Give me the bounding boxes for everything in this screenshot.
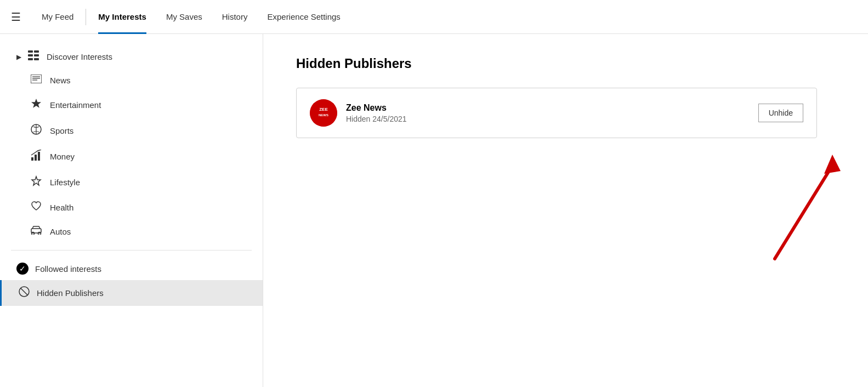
money-label: Money	[50, 152, 75, 161]
publisher-name: Zee News	[346, 103, 750, 113]
sidebar-item-sports[interactable]: Sports	[0, 118, 263, 144]
main-layout: ▶ Discover Interests	[0, 34, 868, 387]
followed-check-icon: ✓	[16, 263, 29, 275]
svg-marker-10	[31, 99, 41, 108]
svg-marker-26	[824, 155, 841, 174]
hamburger-menu[interactable]: ☰	[11, 10, 21, 24]
sports-label: Sports	[50, 126, 73, 135]
followed-interests-header[interactable]: ✓ Followed interests	[0, 257, 263, 280]
news-label: News	[50, 76, 71, 85]
page-title: Hidden Publishers	[296, 56, 835, 71]
svg-rect-5	[34, 58, 39, 60]
money-icon	[30, 150, 42, 163]
publisher-info: Zee News Hidden 24/5/2021	[346, 103, 750, 123]
autos-icon	[30, 226, 42, 237]
sidebar-item-news[interactable]: News	[0, 69, 263, 92]
sidebar-divider	[11, 250, 252, 251]
health-label: Health	[50, 203, 73, 212]
nav-my-feed[interactable]: My Feed	[32, 0, 83, 34]
sidebar-item-money[interactable]: Money	[0, 144, 263, 169]
discover-interests-header[interactable]: ▶ Discover Interests	[0, 45, 263, 69]
publisher-date: Hidden 24/5/2021	[346, 115, 750, 123]
svg-point-22	[310, 99, 337, 127]
followed-interests-label: Followed interests	[35, 264, 101, 274]
nav-my-interests[interactable]: My Interests	[88, 0, 156, 34]
entertainment-label: Entertainment	[50, 100, 101, 110]
sidebar-item-lifestyle[interactable]: Lifestyle	[0, 169, 263, 195]
nav-experience-settings[interactable]: Experience Settings	[257, 0, 350, 34]
discover-interests-label: Discover Interests	[47, 52, 112, 61]
sidebar-item-hidden-publishers[interactable]: Hidden Publishers	[0, 280, 263, 306]
svg-rect-13	[31, 157, 33, 161]
sidebar-item-autos[interactable]: Autos	[0, 220, 263, 243]
publisher-card: ZEE NEWS Zee News Hidden 24/5/2021 Unhid…	[296, 88, 817, 138]
svg-rect-0	[28, 50, 33, 53]
main-content: Hidden Publishers ZEE NEWS Zee News Hidd…	[263, 34, 868, 387]
autos-label: Autos	[50, 227, 71, 236]
svg-rect-1	[34, 50, 39, 53]
health-icon	[30, 201, 42, 214]
svg-rect-6	[31, 75, 42, 83]
svg-marker-16	[32, 177, 41, 185]
sidebar-item-health[interactable]: Health	[0, 195, 263, 220]
svg-rect-2	[28, 54, 33, 56]
svg-text:ZEE: ZEE	[319, 107, 328, 112]
svg-rect-14	[35, 155, 37, 161]
publisher-logo: ZEE NEWS	[310, 99, 337, 127]
svg-rect-4	[28, 58, 33, 60]
discover-icon	[28, 50, 40, 63]
unhide-button[interactable]: Unhide	[758, 104, 803, 122]
svg-line-25	[775, 166, 832, 259]
svg-text:NEWS: NEWS	[319, 113, 328, 117]
entertainment-icon	[30, 98, 42, 112]
news-icon	[30, 75, 42, 86]
svg-rect-3	[34, 54, 39, 56]
nav-history[interactable]: History	[212, 0, 258, 34]
sidebar-item-entertainment[interactable]: Entertainment	[0, 92, 263, 118]
nav-my-saves[interactable]: My Saves	[156, 0, 212, 34]
hidden-publishers-label: Hidden Publishers	[37, 288, 104, 298]
svg-line-21	[21, 288, 27, 295]
lifestyle-icon	[30, 175, 42, 189]
svg-rect-15	[38, 152, 40, 161]
lifestyle-label: Lifestyle	[50, 178, 80, 187]
sports-icon	[30, 124, 42, 138]
sidebar: ▶ Discover Interests	[0, 34, 263, 387]
top-nav: ☰ My Feed My Interests My Saves History …	[0, 0, 868, 34]
discover-arrow-icon: ▶	[16, 53, 21, 61]
nav-divider	[86, 9, 86, 25]
hidden-publishers-icon	[18, 286, 30, 300]
